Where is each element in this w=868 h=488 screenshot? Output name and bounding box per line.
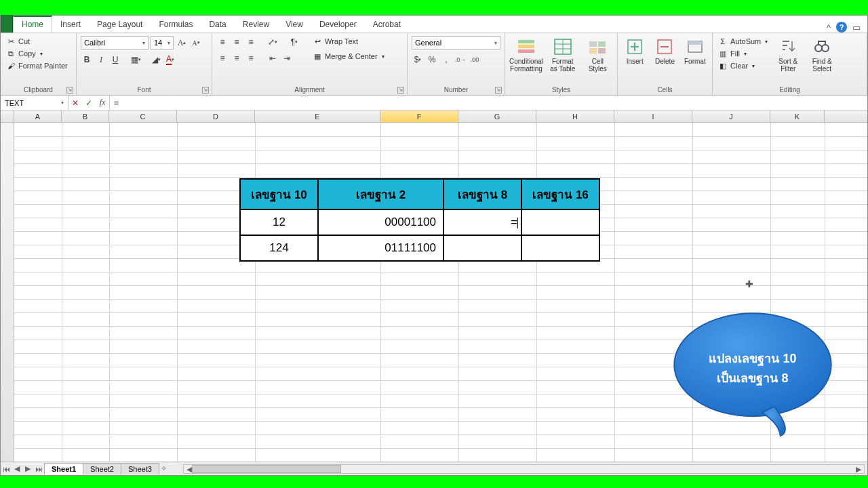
number-format-select[interactable]: General▾ [412, 36, 500, 49]
formula-input[interactable]: = [110, 96, 867, 110]
tab-home[interactable]: Home [13, 16, 52, 33]
column-header-K[interactable]: K [770, 110, 825, 122]
fill-color-button[interactable]: ◢▾ [150, 54, 162, 66]
tab-formulas[interactable]: Formulas [151, 17, 201, 33]
horizontal-scrollbar[interactable]: ◀ ▶ [183, 464, 865, 474]
align-center-button[interactable]: ≡ [231, 52, 243, 64]
row-headers[interactable] [1, 123, 14, 462]
cut-button[interactable]: ✂Cut [5, 36, 69, 47]
column-header-I[interactable]: I [614, 110, 692, 122]
copy-button[interactable]: ⧉Copy▾ [5, 48, 69, 59]
file-tab[interactable] [1, 15, 13, 33]
table-cell[interactable]: 12 [240, 209, 318, 235]
column-header-J[interactable]: J [692, 110, 770, 122]
sheet-tab-2[interactable]: Sheet2 [83, 463, 121, 474]
align-top-button[interactable]: ≡ [216, 36, 229, 48]
borders-button[interactable]: ▦▾ [130, 54, 142, 66]
delete-cells-button[interactable]: Delete [652, 36, 677, 66]
enter-formula-button[interactable]: ✓ [82, 98, 96, 108]
help-icon[interactable]: ? [836, 22, 847, 33]
insert-cells-button[interactable]: Insert [622, 36, 648, 66]
column-header-A[interactable]: A [14, 110, 62, 122]
grow-font-button[interactable]: A▴ [176, 37, 188, 49]
font-name-select[interactable]: Calibri▾ [81, 36, 149, 49]
sheet-nav-prev[interactable]: ◀ [12, 464, 22, 473]
sheet-nav-first[interactable]: ⏮ [1, 465, 12, 473]
sheet-nav-last[interactable]: ⏭ [33, 465, 44, 473]
alignment-launcher[interactable]: ⇲ [397, 87, 404, 94]
sheet-tab-bar: ⏮ ◀ ▶ ⏭ Sheet1 Sheet2 Sheet3 ✧ ◀ ▶ [1, 462, 867, 475]
cell-styles-button[interactable]: Cell Styles [583, 36, 614, 74]
align-right-button[interactable]: ≡ [245, 52, 257, 64]
table-cell[interactable] [521, 209, 599, 235]
clipboard-launcher[interactable]: ⇲ [66, 87, 73, 94]
cancel-formula-button[interactable]: ✕ [68, 98, 82, 108]
font-size-select[interactable]: 14▾ [151, 36, 174, 49]
sheet-tab-1[interactable]: Sheet1 [44, 463, 83, 474]
table-cell[interactable]: = [443, 209, 521, 235]
window-restore-icon[interactable]: ▭ [852, 22, 861, 33]
wrap-indicator-button[interactable]: ¶▾ [288, 36, 300, 48]
underline-button[interactable]: U [109, 54, 121, 66]
column-header-B[interactable]: B [62, 110, 109, 122]
tab-review[interactable]: Review [235, 17, 277, 33]
group-editing: ΣAutoSum▾ ▥Fill▾ ◧Clear▾ Sort & Filter F… [713, 33, 867, 95]
sheet-nav-next[interactable]: ▶ [22, 464, 33, 473]
table-cell[interactable] [521, 235, 599, 261]
table-cell[interactable]: 00001100 [318, 209, 443, 235]
increase-decimal-button[interactable]: .0→ [454, 54, 467, 66]
svg-rect-10 [598, 48, 606, 54]
decrease-decimal-button[interactable]: .00 [469, 54, 481, 66]
column-header-E[interactable]: E [255, 110, 380, 122]
currency-button[interactable]: $▾ [412, 54, 424, 66]
tab-acrobat[interactable]: Acrobat [365, 17, 409, 33]
number-launcher[interactable]: ⇲ [495, 87, 502, 94]
new-sheet-button[interactable]: ✧ [159, 464, 170, 473]
font-launcher[interactable]: ⇲ [202, 87, 209, 94]
shrink-font-button[interactable]: A▾ [190, 37, 202, 49]
percent-button[interactable]: % [426, 54, 438, 66]
orientation-button[interactable]: ⤢▾ [267, 36, 279, 48]
column-header-H[interactable]: H [536, 110, 614, 122]
format-painter-button[interactable]: 🖌Format Painter [5, 60, 69, 71]
align-middle-button[interactable]: ≡ [231, 36, 243, 48]
sort-filter-button[interactable]: Sort & Filter [773, 36, 803, 74]
comma-button[interactable]: , [440, 54, 452, 66]
align-left-button[interactable]: ≡ [216, 52, 229, 64]
insert-function-button[interactable]: fx [96, 98, 109, 108]
worksheet-grid[interactable]: ABCDEFGHIJK เลขฐาน 10เลขฐาน 2เลขฐาน 8เลข… [1, 110, 867, 462]
find-select-button[interactable]: Find & Select [807, 36, 837, 74]
sheet-tab-3[interactable]: Sheet3 [121, 463, 159, 474]
decrease-indent-button[interactable]: ⇤ [267, 52, 279, 64]
autosum-button[interactable]: ΣAutoSum▾ [717, 36, 769, 47]
font-color-button[interactable]: A▾ [164, 54, 176, 66]
tab-developer[interactable]: Developer [311, 17, 365, 33]
italic-button[interactable]: I [95, 54, 107, 66]
hscroll-thumb[interactable] [192, 465, 341, 473]
tab-view[interactable]: View [277, 17, 311, 33]
column-header-G[interactable]: G [458, 110, 536, 122]
table-cell[interactable]: 124 [240, 235, 318, 261]
column-header-F[interactable]: F [380, 110, 458, 122]
wrap-text-button[interactable]: ↩Wrap Text [311, 36, 386, 47]
merge-center-button[interactable]: ▦Merge & Center▾ [311, 51, 386, 62]
column-header-D[interactable]: D [177, 110, 255, 122]
tab-page-layout[interactable]: Page Layout [89, 17, 151, 33]
tab-insert[interactable]: Insert [52, 17, 89, 33]
bold-button[interactable]: B [81, 54, 93, 66]
increase-indent-button[interactable]: ⇥ [281, 52, 293, 64]
fill-button[interactable]: ▥Fill▾ [717, 48, 769, 59]
format-cells-button[interactable]: Format [682, 36, 708, 66]
name-box[interactable]: TEXT▾ [1, 96, 68, 110]
format-as-table-button[interactable]: Format as Table [547, 36, 578, 74]
tab-data[interactable]: Data [201, 17, 234, 33]
minimize-ribbon-icon[interactable]: ^ [827, 22, 831, 33]
conditional-formatting-button[interactable]: Conditional Formatting [509, 36, 543, 74]
column-header-C[interactable]: C [109, 110, 177, 122]
svg-rect-1 [518, 45, 534, 48]
clear-button[interactable]: ◧Clear▾ [717, 60, 769, 71]
table-cell[interactable]: 01111100 [318, 235, 443, 261]
align-bottom-button[interactable]: ≡ [245, 36, 257, 48]
select-all-corner[interactable] [1, 110, 14, 122]
table-cell[interactable] [443, 235, 521, 261]
